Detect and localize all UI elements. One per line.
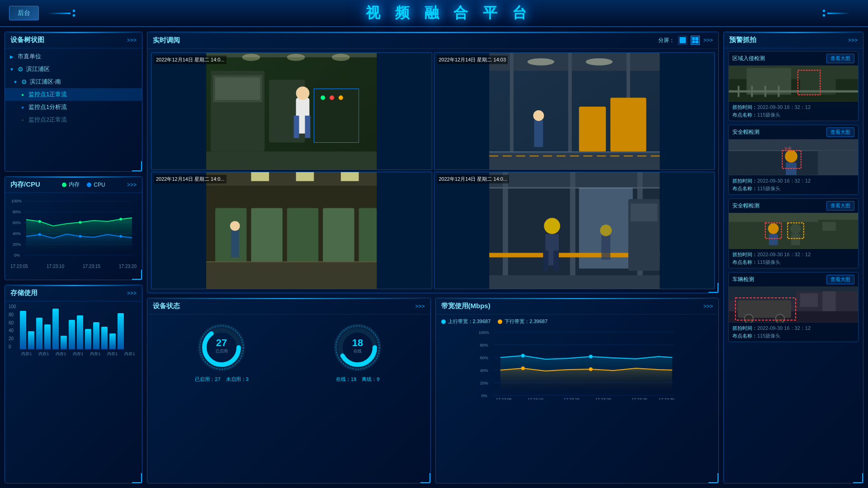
storage-bar-chart	[18, 304, 138, 349]
tree-item-binjiangu[interactable]: ▼ ⚙ 滨江浦区	[5, 63, 142, 75]
warning-item-1-header: 区域入侵检测 查看大图	[729, 52, 858, 66]
tree-item-monitor2-normal[interactable]: ● 监控点2正常流	[5, 113, 142, 126]
bandwidth-more[interactable]: >>>	[703, 303, 713, 310]
svg-rect-60	[251, 208, 282, 262]
storage-x-label-4: 内存1	[73, 351, 83, 357]
video-cell-2[interactable]: 2022年12月14日 星期二 14:03	[434, 52, 715, 170]
tree-item-binjiangu-nan[interactable]: ▼ ⚙ 滨江浦区-南	[5, 75, 142, 88]
warning-item-2-view-btn[interactable]: 查看大图	[826, 127, 854, 137]
bandwidth-header: 带宽使用(Mbps) >>>	[436, 298, 719, 314]
left-column: 设备树状图 >>> ▶ 市直单位 ▼ ⚙ 滨江浦区 ▼ ⚙	[5, 32, 142, 483]
warning-item-1-view-btn[interactable]: 查看大图	[826, 54, 854, 63]
gauge1-svg: 27 已启用	[197, 323, 246, 372]
svg-rect-126	[738, 86, 740, 97]
storage-more[interactable]: >>>	[127, 290, 137, 296]
cpu-mem-body: 100% 80% 60% 40% 20% 0%	[5, 193, 142, 272]
svg-rect-29	[305, 116, 311, 138]
bandwidth-panel: 带宽使用(Mbps) >>> 上行带宽：2.39687 下行带宽：2.39687	[435, 298, 719, 483]
split-4-button[interactable]	[691, 36, 700, 45]
svg-rect-134	[818, 150, 858, 175]
warning-item-3-type: 安全帽检测	[732, 202, 760, 210]
video-grid: 2022年12月14日 星期二 14:0...	[147, 49, 718, 293]
storage-x-label-7: 内存1	[124, 351, 135, 357]
back-button[interactable]: 后台	[9, 6, 39, 20]
svg-rect-142	[822, 222, 836, 231]
svg-text:0%: 0%	[14, 253, 20, 258]
video-cell-3[interactable]: 2022年12月14日 星期二 14:0...	[151, 172, 432, 289]
warning-item-1-image	[729, 66, 858, 102]
storage-bar-fill-4	[52, 309, 59, 349]
split-1-button[interactable]	[678, 36, 687, 45]
warning-item-4: 车辆检测 查看大图	[728, 272, 859, 342]
warning-item-4-view-btn[interactable]: 查看大图	[826, 275, 854, 284]
gauge-row: 27 已启用 已启用：27 未启用：3	[153, 318, 425, 387]
download-legend-label: 下行带宽：2.39687	[505, 318, 547, 325]
svg-rect-78	[543, 251, 548, 271]
svg-text:17:23:20: 17:23:20	[595, 397, 611, 400]
storage-bar-fill-1	[28, 331, 34, 349]
svg-text:60%: 60%	[13, 221, 21, 225]
warning-item-3-view-btn[interactable]: 查看大图	[826, 201, 854, 211]
warning-2-time: 抓拍时间：2022-09-30 16：32：12	[732, 178, 854, 184]
realtime-more[interactable]: >>>	[703, 37, 713, 43]
split-4-cell-3	[692, 41, 695, 44]
video-2-timestamp: 2022年12月14日 星期二 14:03	[437, 56, 508, 64]
page-title: 视 频 融 合 平 台	[75, 3, 822, 23]
bandwidth-title: 带宽使用(Mbps)	[441, 302, 491, 310]
warning-more[interactable]: >>>	[848, 37, 858, 43]
bandwidth-legend: 上行带宽：2.39687 下行带宽：2.39687	[441, 318, 713, 325]
storage-panel: 存储使用 >>> 100 80 60 40 20 0	[5, 285, 142, 483]
warning-item-2-image: 头盔	[729, 139, 858, 175]
gauge2-container: 18 在线 在线：18 离线：9	[333, 323, 382, 383]
tree-item-monitor1-normal[interactable]: ● 监控点1正常流	[5, 88, 142, 101]
svg-rect-58	[341, 172, 359, 181]
video-1-svg	[151, 53, 432, 169]
device-tree-title: 设备树状图	[10, 36, 44, 44]
svg-point-143	[768, 223, 779, 234]
tree-item-monitor1-analyze[interactable]: ● 监控点1分析流	[5, 101, 142, 113]
device-tree-body: ▶ 市直单位 ▼ ⚙ 滨江浦区 ▼ ⚙ 滨江浦区-南 ●	[5, 48, 142, 128]
warning-header: 预警抓拍 >>>	[724, 32, 863, 48]
split-label: 分屏：	[658, 37, 675, 44]
device-tree-panel: 设备树状图 >>> ▶ 市直单位 ▼ ⚙ 滨江浦区 ▼ ⚙	[5, 32, 142, 172]
warning-3-location: 布点名称：115摄像头	[732, 259, 854, 266]
tree-item-label: 市直单位	[18, 52, 41, 61]
tree-arrow-icon-3: ▼	[12, 79, 19, 85]
device-status-more[interactable]: >>>	[415, 303, 425, 310]
svg-text:17:23:10: 17:23:10	[527, 397, 543, 400]
svg-rect-80	[601, 235, 610, 260]
svg-rect-41	[489, 53, 660, 71]
video-cell-1[interactable]: 2022年12月14日 星期二 14:0...	[151, 52, 432, 170]
warning-item-1-type: 区域入侵检测	[732, 55, 765, 62]
y-0: 0	[9, 344, 16, 349]
device-tree-more[interactable]: >>>	[127, 37, 137, 43]
svg-rect-84	[489, 275, 660, 289]
split-4-cell-2	[695, 37, 698, 40]
svg-text:100%: 100%	[478, 330, 489, 335]
svg-rect-144	[769, 234, 778, 245]
video-1-timestamp: 2022年12月14日 星期二 14:0...	[154, 56, 226, 64]
svg-rect-63	[359, 208, 377, 262]
storage-x-label-2: 内存1	[38, 351, 49, 357]
cpu-mem-more[interactable]: >>>	[127, 182, 137, 188]
svg-rect-47	[579, 107, 606, 151]
cpu-mem-svg: 100% 80% 60% 40% 20% 0%	[10, 197, 137, 262]
svg-point-17	[38, 233, 41, 236]
svg-point-46	[585, 58, 613, 66]
tree-item-monitor1-analyze-label: 监控点1分析流	[28, 103, 67, 111]
tree-item-shizhidanwei[interactable]: ▶ 市直单位	[5, 50, 142, 63]
storage-bar-12	[118, 313, 124, 349]
storage-title: 存储使用	[10, 289, 38, 297]
warning-2-location: 布点名称：115摄像头	[732, 185, 854, 192]
svg-rect-153	[822, 291, 836, 313]
bandwidth-chart: 100% 80% 60% 40% 20% 0%	[441, 328, 713, 400]
folder-icon: ⚙	[18, 66, 24, 73]
tree-arrow-icon-2: ▼	[9, 66, 15, 72]
svg-text:18: 18	[352, 337, 363, 348]
warning-item-4-meta: 抓拍时间：2022-09-30 16：32：12 布点名称：115摄像头	[729, 323, 858, 342]
svg-text:40%: 40%	[13, 231, 21, 236]
svg-rect-24	[215, 78, 260, 100]
video-cell-4[interactable]: 2022年12月14日 星期二 14:0...	[434, 172, 715, 289]
svg-point-14	[38, 220, 41, 223]
storage-x-label-3: 内存1	[56, 351, 66, 357]
